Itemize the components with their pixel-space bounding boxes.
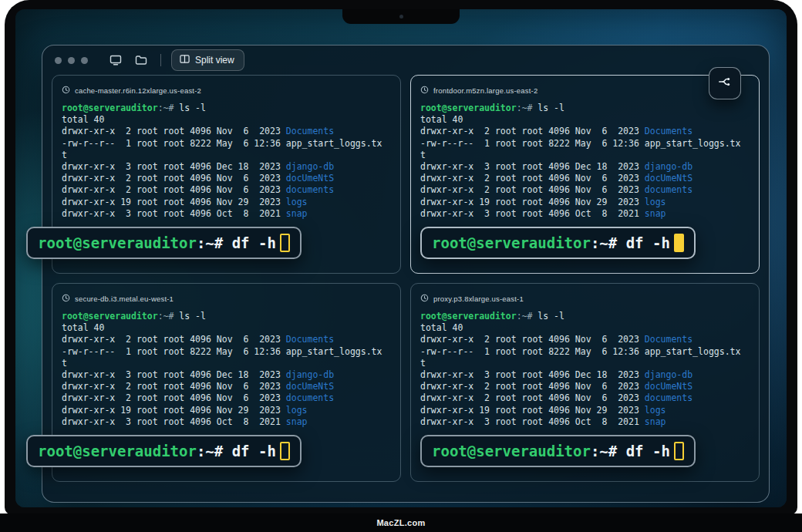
overlay-command: df -h (223, 443, 276, 460)
overlay-command: df -h (223, 234, 276, 251)
listing-meta: t (62, 150, 67, 160)
listing-line: drwxr-xr-x 2 root root 4096 Nov 6 2023 d… (62, 392, 391, 404)
listing-line: drwxr-xr-x 2 root root 4096 Nov 6 2023 d… (62, 184, 391, 196)
listing-line: drwxr-xr-x 2 root root 4096 Nov 6 2023 d… (420, 381, 750, 392)
listing-meta: t (62, 358, 67, 369)
listing-meta: t (420, 150, 426, 160)
listing-filename: documents (286, 184, 334, 195)
terminal-pane[interactable]: cache-master.r6in.12xlarge.us-east-2 roo… (52, 75, 401, 274)
split-view-toggle-button[interactable] (709, 67, 741, 99)
split-view-label: Split view (195, 55, 234, 66)
listing-line: -rw-r--r-- 1 root root 8222 May 6 12:36 … (62, 138, 391, 150)
listing-meta: drwxr-xr-x 2 root root 4096 Nov 6 2023 (62, 173, 286, 184)
listing-filename: logs (286, 405, 308, 416)
prompt-suffix: :~# (158, 103, 174, 113)
terminal-pane[interactable]: frontdoor.m5zn.large.us-east-2 root@serv… (410, 75, 760, 274)
terminal-pane[interactable]: secure-db.i3.metal.eu-west-1 root@server… (52, 283, 401, 482)
ls-command: ls -l (532, 103, 564, 113)
listing-meta: -rw-r--r-- 1 root root 8222 May 6 12:36 (62, 346, 286, 357)
terminal-screen-icon[interactable] (108, 52, 123, 68)
listing-meta: drwxr-xr-x 3 root root 4096 Dec 18 2023 (420, 369, 645, 380)
listing-meta: drwxr-xr-x 2 root root 4096 Nov 6 2023 (62, 126, 286, 136)
host-icon (420, 291, 429, 305)
listing-meta: drwxr-xr-x 2 root root 4096 Nov 6 2023 (62, 392, 286, 403)
total-line: total 40 (420, 114, 750, 126)
listing-line: t (420, 358, 750, 369)
listing-line: t (62, 358, 391, 369)
overlay-prompt-user: root@serverauditor (38, 443, 197, 460)
listing-meta: -rw-r--r-- 1 root root 8222 May 6 12:36 (62, 138, 286, 149)
terminal-output[interactable]: root@serverauditor:~# ls -ltotal 40drwxr… (420, 103, 750, 220)
pane-header: proxy.p3.8xlarge.us-east-1 (420, 291, 750, 305)
total-line: total 40 (62, 114, 391, 126)
listing-line: drwxr-xr-x 3 root root 4096 Dec 18 2023 … (420, 161, 750, 173)
command-prompt-overlay[interactable]: root@serverauditor:~# df -h (420, 227, 696, 259)
prompt-line: root@serverauditor:~# ls -l (62, 311, 391, 322)
listing-line: drwxr-xr-x 3 root root 4096 Dec 18 2023 … (420, 369, 750, 381)
total-line: total 40 (62, 322, 391, 334)
listing-meta: drwxr-xr-x 2 root root 4096 Nov 6 2023 (420, 334, 645, 345)
listing-meta: drwxr-xr-x 2 root root 4096 Nov 6 2023 (420, 126, 645, 136)
screen: Split view (15, 9, 787, 507)
overlay-prompt-user: root@serverauditor (432, 234, 591, 251)
listing-line: drwxr-xr-x 19 root root 4096 Nov 29 2023… (62, 197, 391, 208)
listing-meta: drwxr-xr-x 2 root root 4096 Nov 6 2023 (62, 381, 286, 392)
command-prompt-overlay[interactable]: root@serverauditor:~# df -h (26, 435, 302, 467)
host-icon (420, 83, 429, 97)
listing-line: drwxr-xr-x 19 root root 4096 Nov 29 2023… (420, 405, 750, 416)
overlay-command: df -h (617, 234, 670, 251)
ls-command: ls -l (532, 311, 564, 322)
prompt-user: root@serverauditor (62, 103, 158, 113)
listing-line: drwxr-xr-x 2 root root 4096 Nov 6 2023 D… (62, 334, 391, 345)
prompt-user: root@serverauditor (62, 311, 158, 322)
listing-filename: Documents (286, 334, 334, 345)
listing-line: drwxr-xr-x 2 root root 4096 Nov 6 2023 d… (62, 173, 391, 184)
split-view-toggle-icon (717, 74, 733, 93)
listing-meta: drwxr-xr-x 19 root root 4096 Nov 29 2023 (420, 405, 645, 416)
split-view-button[interactable]: Split view (171, 49, 244, 71)
listing-line: drwxr-xr-x 3 root root 4096 Dec 18 2023 … (62, 161, 391, 173)
terminal-pane[interactable]: proxy.p3.8xlarge.us-east-1 root@serverau… (410, 283, 760, 482)
minimize-button[interactable] (68, 57, 75, 64)
terminal-output[interactable]: root@serverauditor:~# ls -ltotal 40drwxr… (62, 311, 391, 428)
text-cursor (674, 234, 684, 252)
prompt-user: root@serverauditor (420, 103, 517, 113)
command-prompt-overlay[interactable]: root@serverauditor:~# df -h (26, 227, 302, 259)
pane-hostname: secure-db.i3.metal.eu-west-1 (75, 295, 174, 303)
listing-filename: snap (645, 416, 666, 427)
pane-hostname: proxy.p3.8xlarge.us-east-1 (433, 295, 524, 303)
listing-meta: drwxr-xr-x 3 root root 4096 Oct 8 2021 (62, 416, 286, 427)
listing-filename: docUmeNtS (286, 381, 334, 392)
close-button[interactable] (55, 57, 62, 64)
window-controls (55, 57, 88, 64)
ls-command: ls -l (174, 311, 206, 322)
listing-filename: app_start_loggs.tx (645, 138, 741, 149)
split-view-icon (180, 54, 190, 66)
listing-meta: drwxr-xr-x 2 root root 4096 Nov 6 2023 (62, 184, 286, 195)
listing-filename: snap (645, 208, 666, 219)
listing-filename: django-db (645, 161, 692, 172)
pane-header: cache-master.r6in.12xlarge.us-east-2 (62, 83, 391, 97)
prompt-line: root@serverauditor:~# ls -l (62, 103, 391, 114)
terminal-output[interactable]: root@serverauditor:~# ls -ltotal 40drwxr… (420, 311, 750, 428)
listing-meta: drwxr-xr-x 3 root root 4096 Dec 18 2023 (62, 161, 286, 172)
listing-filename: docUmeNtS (286, 173, 334, 184)
listing-meta: drwxr-xr-x 3 root root 4096 Oct 8 2021 (420, 208, 645, 219)
listing-filename: snap (286, 416, 308, 427)
zoom-button[interactable] (81, 57, 88, 64)
command-prompt-overlay[interactable]: root@serverauditor:~# df -h (420, 435, 696, 467)
total-line: total 40 (420, 322, 750, 334)
sftp-files-icon[interactable] (133, 52, 149, 68)
listing-meta: t (420, 358, 426, 369)
listing-line: drwxr-xr-x 3 root root 4096 Oct 8 2021 s… (62, 208, 391, 220)
listing-meta: drwxr-xr-x 2 root root 4096 Nov 6 2023 (420, 392, 645, 403)
listing-meta: drwxr-xr-x 19 root root 4096 Nov 29 2023 (420, 197, 645, 207)
pane-grid: cache-master.r6in.12xlarge.us-east-2 roo… (52, 75, 760, 482)
terminal-output[interactable]: root@serverauditor:~# ls -ltotal 40drwxr… (62, 103, 391, 220)
overlay-prompt-suffix: :~# (591, 234, 617, 251)
listing-line: -rw-r--r-- 1 root root 8222 May 6 12:36 … (420, 346, 750, 358)
listing-filename: Documents (645, 126, 692, 136)
prompt-suffix: :~# (517, 103, 533, 113)
ls-command: ls -l (174, 103, 206, 113)
listing-line: drwxr-xr-x 2 root root 4096 Nov 6 2023 d… (420, 392, 750, 404)
